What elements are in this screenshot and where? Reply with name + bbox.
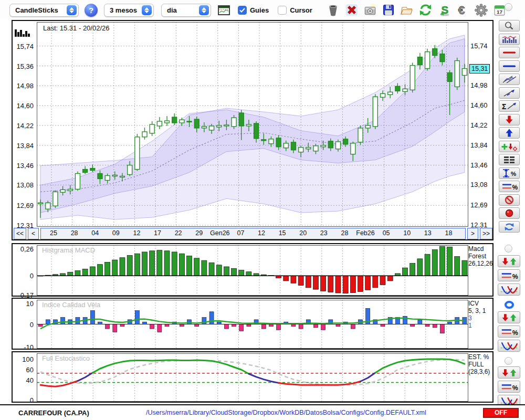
- currency-button[interactable]: €: [456, 3, 470, 17]
- macd-plot[interactable]: [37, 245, 468, 296]
- guies-label: Guies: [250, 6, 269, 14]
- period-select[interactable]: 3 mesos: [104, 4, 154, 17]
- nav-date-label: 22: [175, 229, 182, 237]
- stochastic-plot[interactable]: [37, 353, 468, 402]
- nav-date-label: 28: [341, 229, 348, 237]
- help-button[interactable]: ?: [85, 4, 98, 17]
- stochastic-panel: 10060400 Full Estocastico EST. % FULL (2…: [12, 351, 494, 403]
- axis-tick-label: 0: [13, 396, 34, 404]
- axis-tick-label: 100: [13, 355, 34, 363]
- icv-axis: 100-10: [13, 300, 36, 350]
- axis-tick-label: 60: [13, 366, 34, 374]
- sync-s-icon: S: [438, 3, 452, 17]
- open-button[interactable]: [400, 3, 414, 17]
- nav-last-button[interactable]: >>: [480, 228, 492, 239]
- nav-date-label: 04: [91, 229, 99, 237]
- nav-date-label: 15: [279, 229, 286, 237]
- floppy-disk-icon: [382, 4, 395, 16]
- main-price-axis-left: 15,7415,3614,9814,6014,2213,8413,4613,08…: [13, 22, 36, 228]
- nav-date-label: 09: [112, 229, 120, 237]
- axis-tick-label: 13,08: [13, 181, 34, 189]
- percent-lines-icon: %: [499, 270, 519, 281]
- main-candlestick-plot[interactable]: [37, 22, 468, 227]
- axis-tick-label: 14,60: [13, 102, 34, 110]
- icv-params: ICV 5, 3, 1 3 1: [468, 300, 492, 350]
- main-chart-panel: 15,7415,3614,9814,6014,2213,8413,4613,08…: [12, 20, 494, 240]
- snapshot-button[interactable]: [363, 3, 377, 17]
- red-line-tool-button[interactable]: [499, 47, 520, 58]
- trash-button[interactable]: [326, 3, 341, 17]
- interval-value: dia: [167, 6, 177, 14]
- record-dot-icon: [500, 208, 518, 218]
- icv-curve-button[interactable]: [498, 340, 520, 352]
- volume-panel-button[interactable]: [499, 34, 520, 45]
- stochastic-percent-button[interactable]: %: [498, 381, 520, 393]
- macd-radio[interactable]: [505, 245, 512, 253]
- date-axis-bar[interactable]: 2528040912172229Gen26071215202328Feb2605…: [40, 228, 466, 239]
- euro-icon: €: [456, 3, 470, 17]
- chart-type-select[interactable]: CandleSticks: [9, 4, 79, 17]
- plus-arrow-diamond-icon: [500, 142, 518, 151]
- channel-tool-button[interactable]: [499, 74, 520, 85]
- stoch-param-line: FULL: [468, 361, 492, 368]
- icv-plot[interactable]: [37, 300, 468, 349]
- nav-next-button[interactable]: >: [467, 228, 478, 239]
- icv-radio[interactable]: [505, 301, 514, 309]
- cursor-checkbox[interactable]: [278, 6, 287, 15]
- blue-line-tool-button[interactable]: [499, 60, 520, 72]
- macd-title: Histgrama MACD: [42, 246, 95, 254]
- levels-button[interactable]: [499, 154, 520, 165]
- down-arrow-marker-button[interactable]: [499, 114, 520, 125]
- sigma-trend-icon: Σ: [500, 101, 518, 111]
- signals-marker-button[interactable]: [499, 141, 520, 152]
- trendline-tool-button[interactable]: [499, 87, 520, 99]
- sync-button[interactable]: S: [437, 3, 452, 17]
- interval-select[interactable]: dia: [161, 4, 211, 17]
- settings-button[interactable]: [474, 3, 489, 17]
- save-button[interactable]: [381, 3, 396, 17]
- axis-tick-label: 14,98: [13, 82, 34, 90]
- svg-text:17: 17: [497, 9, 502, 15]
- nav-date-label: Gen26: [210, 229, 230, 237]
- stochastic-updown-button[interactable]: [498, 366, 520, 379]
- trash-icon: [327, 4, 340, 17]
- disable-button[interactable]: [499, 194, 520, 206]
- regression-tool-button[interactable]: Σ: [499, 100, 520, 112]
- range-percent-button[interactable]: %: [499, 167, 520, 179]
- percent-lines-icon: %: [499, 382, 519, 392]
- nav-date-label: Feb26: [356, 229, 374, 237]
- delete-button[interactable]: [344, 3, 359, 17]
- macd-curve-button[interactable]: [498, 284, 520, 296]
- up-arrow-marker-button[interactable]: [499, 127, 520, 139]
- icv-updown-button[interactable]: [498, 311, 520, 323]
- svg-text:%: %: [512, 384, 518, 391]
- macd-percent-button[interactable]: %: [498, 269, 520, 281]
- reload-button[interactable]: [418, 3, 433, 17]
- off-button[interactable]: OFF: [483, 408, 519, 418]
- axis-tick-label: 13,84: [470, 142, 488, 149]
- volume-chart-icon: [500, 35, 518, 44]
- zoom-tool-button[interactable]: [499, 20, 520, 32]
- stepper-icon: [199, 5, 209, 15]
- current-price-marker: 15,31: [469, 64, 490, 74]
- axis-tick-label: 10: [13, 300, 34, 308]
- config-path: /Users/mserra/Library/CloudStorage/Dropb…: [89, 409, 483, 416]
- mini-chart-icon: [218, 5, 230, 15]
- percent-lines-button[interactable]: %: [499, 181, 520, 192]
- help-label: ?: [89, 6, 93, 15]
- axis-tick-label: -10: [13, 343, 34, 351]
- axis-tick-label: 14,60: [470, 102, 488, 109]
- stochastic-radio[interactable]: [505, 357, 512, 365]
- charting-app: CandleSticks ? 3 mesos dia: [0, 0, 525, 420]
- nav-prev-button[interactable]: <: [28, 228, 39, 239]
- record-button[interactable]: [499, 207, 520, 219]
- icv-percent-button[interactable]: %: [498, 326, 520, 338]
- nav-first-button[interactable]: <<: [14, 228, 26, 239]
- axis-tick-label: 14,22: [470, 122, 488, 129]
- refresh-chart-button[interactable]: [499, 221, 520, 233]
- main-chart-radio[interactable]: [505, 3, 512, 11]
- macd-updown-button[interactable]: [498, 255, 520, 267]
- guies-checkbox[interactable]: [238, 6, 247, 15]
- mini-chart-window-button[interactable]: [216, 3, 231, 17]
- axis-tick-label: 15,74: [470, 43, 488, 50]
